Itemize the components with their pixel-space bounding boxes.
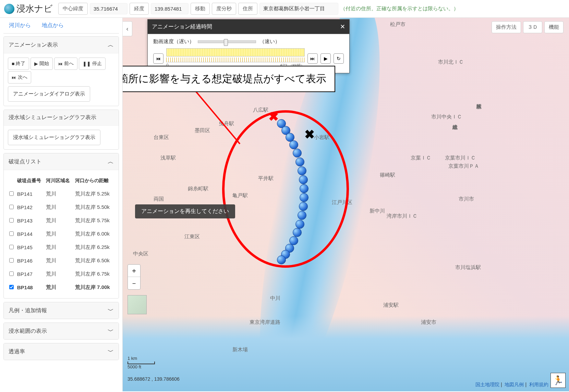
bp-dist: 荒川左岸 6.75k — [74, 267, 114, 281]
bp-checkbox[interactable] — [9, 245, 14, 249]
breakpoint-marker[interactable] — [295, 220, 304, 229]
map-label: 両国 — [154, 196, 164, 202]
breakpoint-marker[interactable] — [298, 166, 306, 175]
dms-button[interactable]: 度分秒 — [212, 3, 236, 15]
bp-area: 荒川 — [45, 201, 74, 214]
play-icon: ▶ — [324, 56, 328, 61]
zoom-in-button[interactable]: ＋ — [128, 265, 140, 277]
timeline-rewind-button[interactable]: ⏮ — [153, 53, 164, 64]
table-row[interactable]: BP148荒川荒川左岸 7.00k — [8, 281, 114, 294]
bp-checkbox[interactable] — [9, 258, 14, 263]
attrib-gsi-link[interactable]: 国土地理院 — [475, 382, 499, 387]
layer-thumbnail[interactable] — [128, 295, 147, 314]
table-row[interactable]: BP147荒川荒川左岸 6.75k — [8, 267, 114, 281]
move-button[interactable]: 移動 — [191, 3, 210, 15]
tab-river[interactable]: 河川から — [3, 18, 36, 33]
dialog-titlebar[interactable]: アニメーション経過時間 ✕ — [148, 20, 349, 34]
bp-checkbox[interactable] — [9, 218, 14, 223]
anim-start-button[interactable]: ▶開始 — [31, 58, 53, 70]
loop-icon: ↻ — [337, 56, 341, 61]
bp-area: 荒川 — [45, 214, 74, 227]
panel-graph-head[interactable]: 浸水域シミュレーショングラフ表示 — [4, 110, 119, 125]
bp-checkbox[interactable] — [9, 231, 14, 236]
panel-legend-head[interactable]: 凡例・追加情報 ﹀ — [4, 302, 119, 319]
addr-note: （付近の住所。正確な所属を示すとは限らない。） — [340, 5, 459, 12]
bp-checkbox[interactable] — [9, 271, 14, 276]
panel-opacity-head[interactable]: 透過率 ﹀ — [4, 343, 119, 360]
bp-col-no: 破堤点番号 — [16, 174, 45, 187]
function-button[interactable]: 機能 — [544, 21, 564, 33]
bp-dist: 荒川左岸 6.25k — [74, 241, 114, 254]
table-row[interactable]: BP146荒川荒川左岸 6.50k — [8, 254, 114, 267]
table-row[interactable]: BP141荒川荒川左岸 5.25k — [8, 187, 114, 201]
addr-label-button[interactable]: 住所 — [238, 3, 257, 15]
bp-no: BP142 — [16, 201, 45, 214]
anim-end-button[interactable]: ■終了 — [8, 58, 29, 70]
speed-slider[interactable] — [198, 40, 256, 43]
bp-dist: 荒川左岸 6.50k — [74, 254, 114, 267]
bp-checkbox[interactable] — [9, 285, 14, 289]
timeline-step-button[interactable]: ⏭ — [307, 53, 318, 64]
breakpoint-marker[interactable] — [299, 202, 308, 211]
scale-km: 1 km — [128, 356, 155, 361]
sidebar: 河川から 地点から アニメーション表示 ︿ ■終了 ▶開始 ⏮前へ ❚❚停止 ⏭… — [0, 18, 123, 391]
breakpoint-marker[interactable] — [299, 175, 308, 184]
anim-pause-button[interactable]: ❚❚停止 — [79, 58, 106, 70]
table-row[interactable]: BP142荒川荒川左岸 5.50k — [8, 201, 114, 214]
3d-button[interactable]: ３Ｄ — [523, 21, 542, 33]
bp-no: BP146 — [16, 254, 45, 267]
help-button[interactable]: 操作方法 — [492, 21, 521, 33]
timeline-play-button[interactable]: ▶ — [320, 53, 331, 64]
timeline-loop-button[interactable]: ↻ — [334, 53, 344, 64]
attrib-terms-link[interactable]: 利用規約 — [529, 382, 548, 387]
breakpoint-marker[interactable] — [298, 211, 306, 220]
bp-checkbox[interactable] — [9, 205, 14, 209]
breakpoint-marker[interactable] — [300, 193, 308, 202]
close-icon[interactable]: ✕ — [340, 23, 345, 30]
breakpoint-marker[interactable] — [300, 184, 308, 193]
attrib-legend-link[interactable]: 地図凡例 — [505, 382, 524, 387]
map-label: 江戸川区 — [332, 199, 352, 206]
sidebar-tabs: 河川から 地点から — [3, 18, 119, 34]
toast-message: アニメーションを再生してください — [135, 204, 235, 218]
breakpoint-marker[interactable] — [289, 140, 298, 149]
breakpoint-marker[interactable] — [295, 157, 304, 166]
bp-dist: 荒川左岸 5.25k — [74, 187, 114, 201]
map-label: 八広駅 — [253, 107, 268, 113]
breakpoint-marker[interactable] — [293, 228, 302, 237]
panel-extent-head[interactable]: 浸水範囲の表示 ﹀ — [4, 323, 119, 339]
anim-dialog-button[interactable]: アニメーションダイアログ表示 — [8, 86, 90, 102]
addr-value: 東京都葛飾区新小岩一丁目 — [259, 3, 338, 15]
panel-animation-head[interactable]: アニメーション表示 ︿ — [4, 37, 119, 53]
panel-bp-head[interactable]: 破堤点リスト ︿ — [4, 153, 119, 170]
map-label: 中川 — [270, 295, 280, 302]
graph-show-button[interactable]: 浸水域シミュレーショングラフ表示 — [8, 130, 100, 145]
lat-label-button[interactable]: 中心緯度 — [58, 3, 88, 15]
bp-checkbox[interactable] — [9, 191, 14, 196]
map-label: 平井駅 — [258, 175, 274, 182]
breakpoint-marker[interactable] — [277, 255, 286, 264]
skip-start-icon: ⏮ — [156, 56, 161, 61]
timeline-ticks — [166, 58, 305, 62]
breakpoint-marker[interactable] — [293, 149, 302, 157]
table-row[interactable]: BP144荒川荒川左岸 6.00k — [8, 227, 114, 241]
tab-point[interactable]: 地点から — [36, 18, 69, 33]
anim-prev-button[interactable]: ⏮前へ — [54, 58, 77, 70]
chevron-left-icon: ‹ — [126, 25, 129, 33]
chevron-down-icon: ﹀ — [108, 306, 114, 315]
slider-thumb[interactable] — [224, 39, 228, 46]
zoom-out-button[interactable]: － — [128, 277, 140, 289]
map-label: 新中川 — [370, 208, 385, 214]
bp-no: BP141 — [16, 187, 45, 201]
bp-table: 破堤点番号 河川区域名 河口からの距離 BP141荒川荒川左岸 5.25kBP1… — [8, 174, 114, 294]
table-row[interactable]: BP143荒川荒川左岸 5.75k — [8, 214, 114, 227]
timeline-bar[interactable] — [166, 48, 305, 56]
sidebar-collapse-button[interactable]: ‹ — [123, 21, 132, 36]
anim-next-button[interactable]: ⏭次へ — [8, 71, 31, 84]
evacuation-button[interactable]: 🏃 — [550, 373, 566, 388]
map-canvas[interactable]: 松戸市 市川北ＩＣ 市川中央ＩＣ 京葉ＩＣ 京葉市川ＩＣ 京葉市川ＰＡ 篠崎駅 … — [123, 18, 569, 391]
table-row[interactable]: BP145荒川荒川左岸 6.25k — [8, 241, 114, 254]
speed-slow-label: 動画速度（遅い） — [153, 38, 194, 45]
lon-label-button[interactable]: 経度 — [130, 3, 149, 15]
map-label: 京葉市川ＰＡ — [448, 163, 479, 169]
